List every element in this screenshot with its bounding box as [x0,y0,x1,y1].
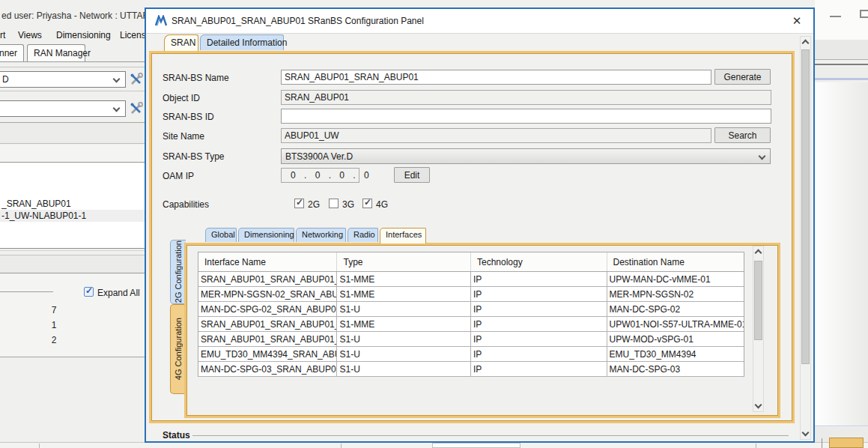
divider [815,426,868,426]
divider [0,248,145,249]
sran-bs-id-input[interactable] [281,109,771,124]
table-scrollbar[interactable] [753,246,764,412]
tab-radio[interactable]: Radio [347,228,378,242]
tab-sran[interactable]: SRAN [164,34,198,51]
interfaces-table: Interface Name Type Technology Destinati… [198,252,744,377]
statusbar-field [432,443,521,448]
dialog-title: SRAN_ABUP01_SRAN_ABUP01 SRanBS Configura… [172,16,424,26]
background-titlebar-right [815,0,868,40]
count-value: 1 [46,320,61,330]
divider [0,91,145,91]
minimize-button[interactable] [830,16,841,17]
tab-detailed-information[interactable]: Detailed Information [200,34,284,50]
check-icon: ✓ [85,285,93,296]
scrollbar-thumb[interactable] [801,49,810,364]
column-header-technology[interactable]: Technology [471,252,607,271]
content-panel-right [815,82,868,426]
object-filter-combobox[interactable]: D [0,71,126,88]
toolbar-band [815,40,868,59]
table-header-row: Interface Name Type Technology Destinati… [198,252,744,272]
menu-item-views[interactable]: Views [18,30,42,40]
generate-button[interactable]: Generate [714,69,771,85]
count-value: 7 [46,305,61,315]
divider [0,67,145,67]
expand-all-label: Expand All [97,288,140,298]
side-tab-4g-configuration[interactable]: 4G Configuration [170,304,186,394]
divider [0,61,145,62]
menu-item-rt[interactable]: rt [0,30,5,40]
status-group-border [192,435,789,436]
tree-item[interactable]: _SRAN_ABUP01 [0,198,145,210]
sranbs-configuration-dialog: SRAN_ABUP01_SRAN_ABUP01 SRanBS Configura… [145,7,815,443]
search-button[interactable]: Search [714,127,771,143]
tab-dimensioning[interactable]: Dimensioning [238,228,294,242]
count-value: 2 [46,335,61,345]
tree-item-selected[interactable]: -1_UW-NLABUP01-1 [0,210,145,222]
secondary-settings-button[interactable] [129,101,144,116]
divider [341,444,342,448]
object-id-field: SRAN_ABUP01 [281,90,771,105]
toolbar-band [815,67,868,80]
toolbar-band [0,255,145,273]
maximize-button[interactable] [860,10,868,18]
capability-3g-label: 3G [329,199,354,210]
tab-networking[interactable]: Networking [296,228,346,242]
divider [822,438,822,448]
chevron-down-icon [759,153,766,160]
field-label: SRAN-BS Name [163,73,229,83]
chevron-down-icon [113,105,121,112]
divider [0,250,145,251]
capability-2g-label: 2G [294,199,320,210]
tab-ran-manager[interactable]: RAN Manager [27,44,85,61]
expand-all-checkbox[interactable]: ✓ [84,287,94,297]
toolbar-band [0,145,145,163]
scroll-down-button[interactable] [801,428,810,438]
field-label: SRAN-BS ID [163,112,214,122]
statusbar-highlight [829,438,864,448]
divider [756,444,756,448]
wrench-icon [129,72,144,87]
summary-panel [0,274,145,357]
field-label: Object ID [163,93,200,103]
capability-4g-label: 4G [362,199,388,210]
status-group-label: Status [163,430,190,441]
dialog-titlebar[interactable]: SRAN_ABUP01_SRAN_ABUP01 SRanBS Configura… [146,9,813,34]
table-row[interactable]: SRAN_ABUP01_SRAN_ABUP01_UP... S1-MME IP … [198,317,744,332]
table-row[interactable]: EMU_TD30_MM4394_SRAN_ABUP... S1-U IP EMU… [198,347,744,362]
scrollbar-thumb[interactable] [754,261,762,340]
dialog-scrollbar[interactable] [800,36,811,440]
side-tab-2g-configuration[interactable]: 2G Configuration [170,240,186,304]
scroll-down-button[interactable] [753,400,763,410]
screen: ed user: Priyasha - Network : UTTAR_ rt … [0,0,868,448]
oam-ip-field: 0 . 0 . 0 . 0 [281,168,359,183]
close-icon[interactable]: ✕ [789,14,804,29]
secondary-filter-combobox[interactable] [0,100,126,117]
field-label: SRAN-BS Type [163,151,224,162]
filter-settings-button[interactable] [129,72,144,87]
column-header-destination-name[interactable]: Destination Name [607,252,744,271]
divider [815,59,868,60]
tab-interfaces[interactable]: Interfaces [380,228,426,243]
wrench-icon [129,101,144,116]
dialog-tab-row: SRAN Detailed Information [146,34,798,52]
table-row[interactable]: SRAN_ABUP01_SRAN_ABUP01_UP... S1-MME IP … [198,272,744,287]
tab-planner[interactable]: lanner [0,44,24,61]
scroll-up-button[interactable] [801,38,810,48]
column-header-type[interactable]: Type [337,252,471,271]
menu-item-dimensioning[interactable]: Dimensioning [56,30,111,40]
interfaces-tab-content: Interface Name Type Technology Destinati… [184,243,780,418]
column-header-interface-name[interactable]: Interface Name [198,252,337,271]
table-row[interactable]: MAN-DC-SPG-02_SRAN_ABUP01_S... S1-U IP M… [198,302,744,317]
table-row[interactable]: MAN-DC-SPG-03_SRAN_ABUP01_S... S1-U IP M… [198,362,744,377]
table-row[interactable]: SRAN_ABUP01_SRAN_ABUP01_UP... S1-U IP UP… [198,332,744,347]
toolbar-band [0,123,145,144]
capabilities-label: Capabilities [163,199,209,210]
sran-bs-type-dropdown[interactable]: BTS3900A Ver.D [281,148,771,164]
background-window-title: ed user: Priyasha - Network : UTTAR_ [1,10,154,21]
scroll-up-button[interactable] [753,248,763,258]
sran-bs-name-input[interactable]: SRAN_ABUP01_SRAN_ABUP01 [281,70,711,85]
table-row[interactable]: MER-MPN-SGSN-02_SRAN_ABUP0... S1-MME IP … [198,287,744,302]
edit-button[interactable]: Edit [394,167,430,183]
tab-global[interactable]: Global [205,228,237,242]
site-name-field[interactable]: ABUP01_UW [281,128,711,143]
